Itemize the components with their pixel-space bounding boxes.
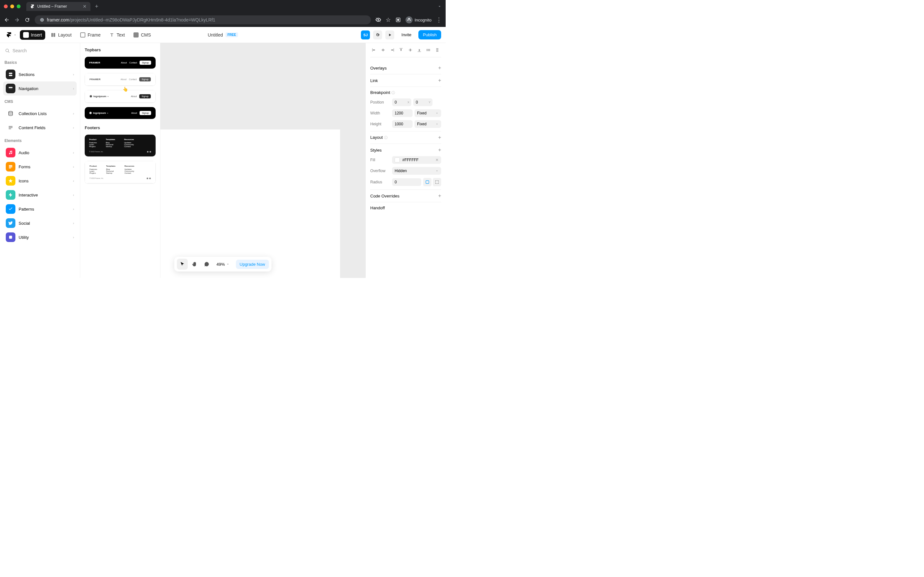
add-override-button[interactable]: +: [438, 193, 441, 199]
sidebar-item-navigation[interactable]: Navigation ›: [3, 81, 77, 95]
sidebar-item-social[interactable]: Social ›: [3, 216, 77, 230]
position-x-input[interactable]: 0X: [392, 98, 411, 106]
height-mode-select[interactable]: Fixed: [415, 120, 441, 128]
incognito-badge[interactable]: Incognito: [405, 16, 431, 23]
chevron-down-icon: [13, 33, 17, 37]
bookmark-star-icon[interactable]: ☆: [386, 16, 391, 23]
frame-button[interactable]: Frame: [77, 30, 103, 40]
topbar-template-logo-dark[interactable]: ❋logoipsum• About Signup: [85, 107, 156, 119]
fill-color-input[interactable]: #FFFFFF ✕: [392, 156, 441, 164]
eye-off-icon[interactable]: [375, 17, 381, 23]
sidebar-item-content-fields[interactable]: Content Fields ›: [3, 121, 77, 135]
browser-menu-icon[interactable]: ⋮: [436, 16, 442, 23]
align-center-v-button[interactable]: [407, 46, 414, 54]
radius-input[interactable]: 0: [392, 178, 421, 186]
tabs-overflow-icon[interactable]: [437, 4, 442, 9]
width-input[interactable]: 1200: [392, 109, 413, 117]
radius-individual-button[interactable]: [433, 178, 441, 186]
canvas-frame[interactable]: [160, 129, 340, 278]
svg-rect-31: [428, 49, 429, 51]
width-mode-select[interactable]: Fixed: [415, 109, 441, 117]
select-tool-button[interactable]: [177, 259, 188, 269]
sidebar-item-label: Utility: [19, 235, 29, 240]
chevron-down-icon: [226, 263, 229, 266]
upgrade-button[interactable]: Upgrade Now: [236, 259, 269, 269]
svg-point-10: [9, 111, 13, 113]
clear-fill-button[interactable]: ✕: [435, 158, 439, 162]
sidebar-item-icons[interactable]: Icons ›: [3, 174, 77, 188]
settings-button[interactable]: [373, 31, 382, 39]
sidebar-item-utility[interactable]: Utility ›: [3, 230, 77, 244]
cms-button[interactable]: CMS: [130, 30, 154, 40]
align-bottom-button[interactable]: [415, 46, 423, 54]
close-tab-icon[interactable]: ✕: [83, 4, 87, 9]
close-window-icon[interactable]: [4, 5, 8, 8]
browser-tab[interactable]: Untitled – Framer ✕: [26, 2, 90, 11]
search-input[interactable]: Search: [3, 47, 77, 55]
svg-rect-21: [382, 49, 384, 51]
footer-template-light[interactable]: ProductFeaturesLearnPlugins TemplatesBlo…: [85, 161, 156, 183]
search-icon: [5, 48, 10, 53]
info-icon[interactable]: ⓘ: [384, 135, 388, 139]
footer-template-dark[interactable]: ProductFeaturesLearnPlugins TemplatesBlo…: [85, 135, 156, 156]
extensions-icon[interactable]: [395, 17, 401, 23]
framer-logo-menu[interactable]: [5, 31, 18, 39]
chevron-right-icon: ›: [73, 73, 74, 76]
new-tab-button[interactable]: +: [93, 3, 100, 10]
height-input[interactable]: 1000: [392, 120, 413, 128]
add-style-button[interactable]: +: [438, 147, 441, 153]
minimize-window-icon[interactable]: [10, 5, 14, 8]
align-left-button[interactable]: [370, 46, 378, 54]
width-label: Width: [370, 111, 390, 115]
radius-uniform-button[interactable]: [423, 178, 431, 186]
sidebar-item-audio[interactable]: Audio ›: [3, 145, 77, 160]
sidebar-item-interactive[interactable]: Interactive ›: [3, 188, 77, 202]
preview-button[interactable]: [385, 31, 394, 39]
distribute-h-button[interactable]: [425, 46, 432, 54]
comment-tool-button[interactable]: [201, 259, 212, 269]
text-label: Text: [117, 32, 125, 37]
distribute-v-button[interactable]: [433, 46, 441, 54]
topbar-template-logo-light[interactable]: ❋logoipsum• About Signup: [85, 90, 156, 103]
link-label: Link: [370, 78, 378, 83]
align-right-button[interactable]: [388, 46, 396, 54]
add-overlay-button[interactable]: +: [438, 65, 441, 71]
hand-tool-button[interactable]: [189, 259, 200, 269]
publish-button[interactable]: Publish: [418, 30, 441, 39]
svg-rect-36: [426, 181, 429, 183]
back-button[interactable]: [4, 17, 10, 23]
incognito-label: Incognito: [415, 18, 431, 23]
overflow-select[interactable]: Hidden: [392, 167, 441, 175]
text-button[interactable]: Text: [106, 30, 128, 40]
align-top-button[interactable]: [397, 46, 405, 54]
url-input[interactable]: framer.com/projects/Untitled--mZ98oDWaPJ…: [35, 15, 371, 24]
sidebar-item-patterns[interactable]: Patterns ›: [3, 202, 77, 216]
insert-button[interactable]: + Insert: [20, 30, 45, 40]
align-center-h-button[interactable]: [379, 46, 387, 54]
forward-button[interactable]: [14, 17, 20, 23]
info-icon[interactable]: ⓘ: [391, 91, 395, 95]
text-icon: [109, 32, 115, 38]
layout-button[interactable]: Layout: [47, 30, 75, 40]
sidebar-item-sections[interactable]: Sections ›: [3, 67, 77, 81]
sidebar-item-label: Interactive: [19, 193, 38, 197]
add-layout-button[interactable]: +: [438, 135, 441, 140]
height-label: Height: [370, 122, 390, 126]
canvas[interactable]: [160, 43, 365, 278]
invite-button[interactable]: Invite: [397, 31, 415, 39]
sidebar-item-forms[interactable]: Forms ›: [3, 160, 77, 174]
styles-label: Styles: [370, 148, 381, 153]
document-title[interactable]: Untitled FREE: [208, 32, 238, 37]
zoom-select[interactable]: 49%: [213, 260, 233, 269]
maximize-window-icon[interactable]: [17, 5, 21, 8]
svg-rect-29: [419, 49, 420, 51]
user-avatar[interactable]: SJ: [361, 31, 370, 39]
position-y-input[interactable]: 0Y: [413, 98, 433, 106]
framer-logo-icon: [6, 32, 12, 38]
sidebar-item-collection-lists[interactable]: Collection Lists ›: [3, 106, 77, 121]
add-link-button[interactable]: +: [438, 77, 441, 83]
topbar-template-light[interactable]: FRAMER About Contact Signup: [85, 73, 156, 85]
topbar-template-dark[interactable]: FRAMER About Contact Signup: [85, 57, 156, 69]
interactive-icon: [6, 190, 15, 200]
reload-button[interactable]: [24, 17, 30, 23]
